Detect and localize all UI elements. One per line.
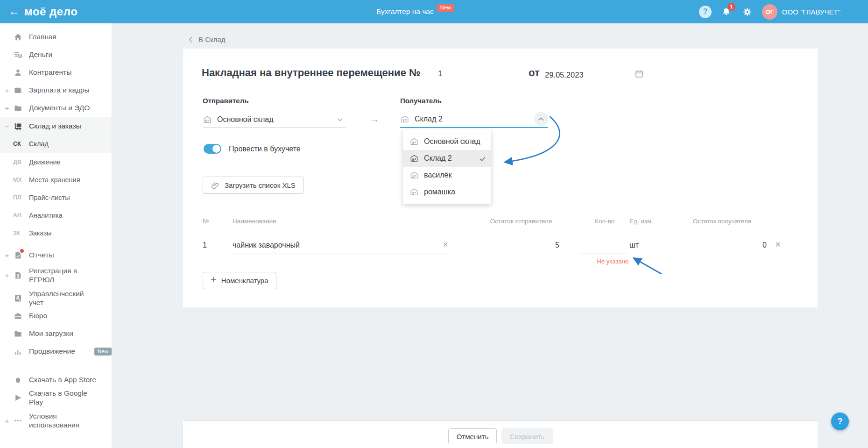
dropdown-option-warehouse-2[interactable]: Склад 2	[403, 150, 491, 167]
folder-icon	[13, 103, 22, 113]
paperclip-icon	[211, 181, 219, 190]
warehouse-icon	[409, 187, 419, 197]
chevron-up-icon[interactable]	[534, 112, 548, 126]
accounting-toggle-row: Провести в бухучете	[204, 144, 301, 154]
sidebar-item-promotion[interactable]: Продвижение New	[0, 342, 112, 360]
sidebar-item-management-accounting[interactable]: ₽ Управленческий учет	[0, 289, 112, 307]
chevron-left-icon	[189, 36, 193, 43]
sender-stock-value: 5	[510, 241, 559, 249]
sidebar-item-bureau[interactable]: Бюро	[0, 307, 112, 325]
dropdown-option-main-warehouse[interactable]: Основной склад	[403, 133, 491, 150]
svg-text:₽: ₽	[19, 53, 21, 58]
sidebar-subitem-price-lists[interactable]: ПЛ Прайс-листы	[0, 189, 112, 206]
sidebar-subitem-warehouse[interactable]: СК Склад	[0, 135, 112, 153]
promo-link[interactable]: Бухгалтер на час New	[376, 0, 454, 23]
company-name[interactable]: ООО "ГЛАВУЧЕТ"	[782, 8, 840, 16]
remove-row-icon[interactable]: ×	[775, 239, 781, 249]
form-footer-bar: Отменить Сохранить	[183, 421, 818, 448]
accounting-toggle-label: Провести в бухучете	[229, 145, 301, 153]
document-number-input[interactable]: 1	[434, 66, 486, 81]
document-date-input[interactable]: 29.05.2023	[545, 66, 644, 81]
cart-icon	[13, 121, 22, 131]
folder-icon	[13, 329, 22, 338]
sidebar-subitem-storage-places[interactable]: МХ Места хранения	[0, 171, 112, 189]
expand-icon[interactable]: +	[4, 417, 10, 425]
active-section-block: − Склад и заказы СК Склад	[0, 117, 112, 153]
warehouse-icon	[203, 115, 212, 124]
help-icon[interactable]: ?	[699, 6, 712, 18]
sidebar-item-warehouse-orders[interactable]: − Склад и заказы	[0, 117, 112, 135]
sidebar-navigation: Главная ₽ Деньги Контрагенты + Зарплата …	[0, 23, 112, 448]
sidebar-item-home[interactable]: Главная	[0, 28, 112, 46]
ruble-doc-icon: ₽	[13, 293, 22, 303]
sidebar-subitem-movement[interactable]: ДВ Движение	[0, 153, 112, 171]
accounting-toggle[interactable]	[204, 144, 221, 154]
checkmark-icon	[480, 155, 486, 164]
promo-new-badge: New	[437, 4, 454, 12]
expand-icon[interactable]: +	[4, 251, 10, 259]
gear-icon	[742, 7, 753, 17]
document-card: Накладная на внутреннее перемещение № 1 …	[183, 49, 818, 307]
user-avatar[interactable]: ОГ	[762, 4, 777, 20]
registration-doc-icon	[13, 270, 22, 280]
ellipsis-icon	[13, 416, 22, 425]
col-quantity: Кол-во	[568, 218, 614, 225]
expand-icon[interactable]: +	[4, 104, 10, 112]
receiver-value: Склад 2	[415, 115, 534, 123]
col-number: №	[203, 218, 209, 225]
sender-select[interactable]: Основной склад	[203, 111, 346, 128]
sidebar-item-reports[interactable]: + Отчеты	[0, 246, 112, 264]
topbar-actions: ? 1	[699, 0, 840, 23]
row-number: 1	[203, 241, 207, 249]
add-nomenclature-button[interactable]: + Номенклатура	[203, 272, 276, 289]
sidebar-item-salary[interactable]: + Зарплата и кадры	[0, 81, 112, 99]
money-icon: ₽	[13, 50, 22, 59]
sidebar-item-app-store[interactable]: Скачать в App Store	[0, 371, 112, 389]
sidebar-item-egrul-registration[interactable]: + Регистрация в ЕГРЮЛ	[0, 264, 112, 286]
breadcrumb[interactable]: В Склад	[189, 36, 226, 43]
quantity-input[interactable]	[579, 236, 628, 254]
collapse-icon[interactable]: −	[4, 122, 10, 130]
cancel-button[interactable]: Отменить	[448, 428, 497, 444]
back-arrow-icon[interactable]: ←	[8, 5, 20, 17]
expand-icon[interactable]: +	[4, 86, 10, 94]
table-header-divider	[203, 231, 807, 231]
dropdown-option-romashka[interactable]: ромашка	[403, 184, 491, 200]
warehouse-icon	[409, 171, 419, 180]
save-button[interactable]: Сохранить	[501, 428, 553, 444]
col-name: Наименование	[233, 218, 276, 225]
sidebar-item-contractors[interactable]: Контрагенты	[0, 64, 112, 81]
sidebar-subitem-analytics[interactable]: АН Аналитика	[0, 206, 112, 224]
calendar-icon[interactable]	[635, 69, 644, 78]
sidebar-item-documents[interactable]: + Документы и ЭДО	[0, 99, 112, 117]
sidebar-item-google-play[interactable]: Скачать в Google Play	[0, 389, 112, 406]
chevron-down-icon[interactable]	[337, 118, 343, 121]
page-title: Накладная на внутреннее перемещение №	[202, 67, 421, 79]
sidebar-item-money[interactable]: ₽ Деньги	[0, 46, 112, 64]
notifications-button[interactable]: 1	[721, 7, 732, 17]
dropdown-option-vasilek[interactable]: василёк	[403, 167, 491, 184]
clear-icon[interactable]: ×	[443, 240, 448, 249]
item-name-input[interactable]: чайник заварочный ×	[233, 236, 451, 254]
sender-value: Основной склад	[217, 115, 337, 124]
quantity-error: Не указано	[579, 258, 628, 265]
apple-icon	[13, 375, 22, 384]
promotion-new-badge: New	[94, 348, 112, 356]
settings-button[interactable]	[742, 7, 753, 17]
expand-icon[interactable]: +	[4, 271, 10, 279]
receiver-select[interactable]: Склад 2	[400, 111, 548, 128]
app-logo: моё дело	[24, 5, 78, 18]
google-play-icon	[13, 393, 22, 402]
upload-xls-button[interactable]: Загрузить список XLS	[203, 177, 304, 194]
support-chat-button[interactable]: ?	[831, 412, 849, 430]
person-icon	[13, 68, 22, 77]
svg-text:₽: ₽	[16, 295, 19, 300]
receiver-dropdown: Основной склад Склад 2 василёк ромашка	[403, 129, 491, 204]
sidebar-item-my-downloads[interactable]: Мои загрузки	[0, 325, 112, 342]
sidebar-item-terms-of-use[interactable]: + Условия использования	[0, 409, 112, 432]
warehouse-icon	[409, 154, 419, 163]
receiver-label: Получатель	[400, 97, 442, 105]
promo-label: Бухгалтер на час	[376, 7, 434, 16]
sidebar-subitem-orders[interactable]: ЗК Заказы	[0, 224, 112, 242]
briefcase-icon	[13, 311, 22, 320]
